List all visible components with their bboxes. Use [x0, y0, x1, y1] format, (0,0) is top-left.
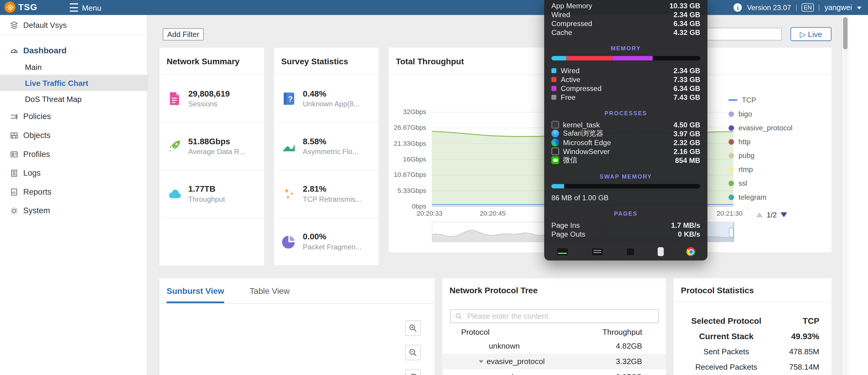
iphone-dock-icon[interactable]	[658, 247, 664, 256]
stats-row: Sent Packets 478.85M	[674, 344, 831, 359]
sidebar-item-live-traffic-chart[interactable]: Live Traffic Chart	[0, 75, 147, 91]
cpu-dock-icon[interactable]	[556, 247, 568, 256]
live-label: Live	[808, 30, 822, 38]
sidebar-item-policies[interactable]: Policies	[0, 107, 147, 126]
legend-page-down-icon[interactable]	[781, 212, 787, 218]
sidebar-label: DoS Threat Map	[25, 94, 82, 104]
protocol-statistics-card: Protocol Statistics Selected Protocol TC…	[674, 278, 831, 375]
sidebar: Default Vsys Dashboard Main Live Traffic…	[0, 15, 148, 375]
sidebar-item-objects[interactable]: Objects	[0, 126, 147, 145]
legend-item-tcp[interactable]: TCP	[728, 93, 806, 107]
active-bullet	[552, 77, 556, 82]
language-badge[interactable]: EN	[801, 3, 814, 11]
swap-usage-bar	[552, 184, 700, 189]
process-name: Safari浏览器	[563, 128, 673, 139]
sidebar-item-system[interactable]: System	[0, 201, 147, 220]
objects-icon	[10, 131, 18, 140]
table-row[interactable]: evasive_protocol 3.32GB	[442, 354, 666, 369]
legend-item-http[interactable]: http	[728, 135, 806, 149]
summary-value: 4.32 GB	[673, 28, 700, 36]
zoom-in-button[interactable]	[405, 320, 421, 336]
process-row: 微信854 MB	[544, 156, 707, 165]
legend-label: Free	[561, 93, 674, 101]
memory-dock-icon[interactable]	[591, 247, 603, 256]
info-icon[interactable]: i	[734, 3, 742, 11]
sidebar-item-reports[interactable]: Reports	[0, 182, 147, 201]
datazoom-right-handle[interactable]	[729, 228, 734, 237]
process-name: Microsoft Edge	[563, 138, 673, 147]
legend-item-unknown[interactable]: unknown	[728, 204, 806, 208]
expand-caret-icon[interactable]	[479, 360, 484, 363]
disk-dock-icon[interactable]	[626, 247, 635, 256]
live-button[interactable]: ▷ Live	[790, 27, 831, 41]
protocol-throughput: 4.82GB	[565, 342, 666, 350]
edge-icon	[552, 139, 559, 146]
sunburst-card: Sunburst View Table View	[159, 278, 435, 375]
legend-item-evasive-protocol[interactable]: evasive_protocol	[728, 121, 806, 135]
legend-item-telegram[interactable]: telegram	[728, 190, 806, 204]
sidebar-label: Profiles	[23, 150, 50, 158]
tab-sunburst-view[interactable]: Sunburst View	[166, 278, 224, 303]
cloud-icon	[166, 186, 182, 201]
sidebar-item-logs[interactable]: Logs	[0, 164, 147, 182]
stats-label: Sent Packets	[674, 347, 779, 356]
legend-label: TCP	[742, 96, 756, 104]
legend-label: unknown	[738, 207, 767, 208]
y-axis-tick: 26.67Gbps	[390, 123, 426, 131]
table-row[interactable]: melon_vpn 3.27GB	[442, 369, 666, 375]
process-name: 微信	[563, 155, 675, 165]
pie-icon	[281, 234, 297, 249]
scrollbar-thumb[interactable]	[843, 17, 847, 50]
legend-value: 2.34 GB	[673, 66, 700, 75]
tab-label: Table View	[250, 286, 290, 296]
legend-dot	[728, 153, 734, 158]
legend-item-ssl[interactable]: ssl	[728, 176, 806, 190]
table-row[interactable]: unknown 4.82GB	[442, 338, 666, 353]
sidebar-item-dashboard[interactable]: Dashboard	[0, 41, 147, 59]
process-list: kernel_task4.50 GB Safari浏览器3.97 GB Micr…	[544, 120, 707, 165]
process-memory: 3.97 GB	[673, 129, 700, 138]
view-tabbar: Sunburst View Table View	[159, 278, 435, 304]
legend-label: ssl	[738, 179, 747, 187]
windowserver-icon	[552, 147, 559, 155]
legend-item-pubg[interactable]: pubg	[728, 148, 806, 162]
tab-table-view[interactable]: Table View	[250, 278, 290, 303]
zoom-reset-button[interactable]	[405, 369, 421, 375]
vsys-label: Default Vsys	[23, 21, 67, 29]
protocol-search-input[interactable]	[466, 312, 654, 321]
menu-label: Menu	[82, 3, 101, 12]
sidebar-label: Objects	[23, 131, 51, 140]
vsys-selector[interactable]: Default Vsys	[0, 15, 147, 35]
chevron-down-icon[interactable]	[857, 6, 862, 9]
legend-row: Free7.43 GB	[544, 92, 707, 101]
pages-value: 1.7 MB/s	[671, 221, 700, 229]
stats-value: 478.85M	[779, 347, 832, 356]
pages-label: Page Ins	[552, 221, 580, 229]
stat-label: Sessions	[188, 100, 229, 108]
menu-button[interactable]: Menu	[70, 0, 101, 15]
sidebar-label: Policies	[23, 112, 51, 121]
play-icon: ▷	[800, 30, 806, 38]
add-filter-button[interactable]: Add Filter	[163, 28, 204, 40]
stat-value: 8.58%	[303, 136, 359, 146]
username[interactable]: yangwei	[825, 3, 852, 11]
card-title: Protocol Statistics	[674, 278, 831, 302]
legend-value: 7.43 GB	[673, 93, 700, 101]
zoom-out-button[interactable]	[405, 345, 421, 360]
legend-item-rtmp[interactable]: rtmp	[728, 162, 806, 176]
sidebar-item-dos-threat-map[interactable]: DoS Threat Map	[0, 91, 147, 107]
pages-row: Page Ins1.7 MB/s	[544, 221, 707, 230]
legend-label: evasive_protocol	[738, 123, 793, 132]
protocol-search-box	[450, 309, 658, 323]
scrollbar[interactable]	[841, 15, 848, 375]
legend-page-up-icon[interactable]	[756, 212, 763, 218]
stat-throughput: 1.77TBThroughput	[159, 170, 264, 218]
chrome-dock-icon[interactable]	[686, 247, 695, 256]
brand-logo-icon	[4, 2, 16, 13]
sidebar-item-profiles[interactable]: Profiles	[0, 145, 147, 164]
sunburst-chart-partial[interactable]	[281, 360, 331, 375]
version-label: Version 23.07	[747, 3, 791, 11]
sidebar-item-main[interactable]: Main	[0, 59, 147, 75]
legend-item-bigo[interactable]: bigo	[728, 107, 806, 121]
topbar-right-group: i Version 23.07 EN yangwei	[734, 0, 862, 15]
